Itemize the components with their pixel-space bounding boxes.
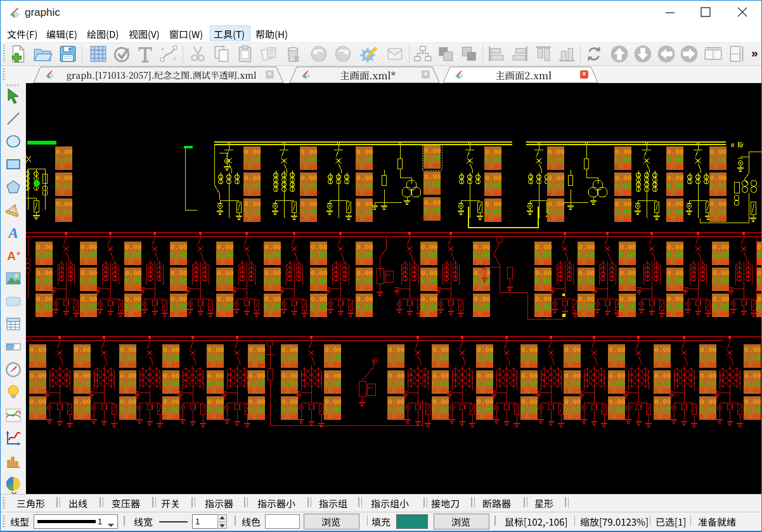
svg-text:A: A <box>7 249 16 263</box>
svg-text:II: II <box>731 142 734 148</box>
svg-text:PT: PT <box>385 273 391 278</box>
svg-text:PT: PT <box>368 386 373 391</box>
svg-text:+: + <box>16 249 20 258</box>
svg-text:A: A <box>7 224 18 241</box>
